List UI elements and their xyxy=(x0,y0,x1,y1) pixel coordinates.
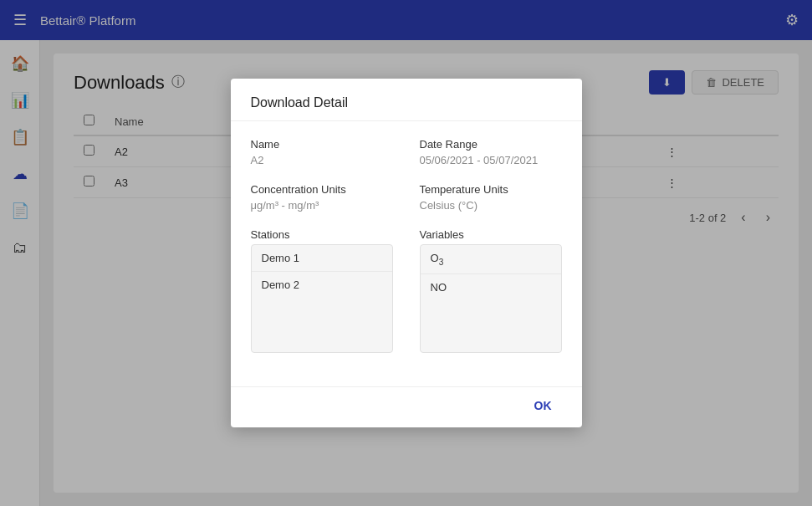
modal-field-concentration: Concentration Units μg/m³ - mg/m³ xyxy=(251,183,393,212)
concentration-value: μg/m³ - mg/m³ xyxy=(251,199,393,212)
date-range-value: 05/06/2021 - 05/07/2021 xyxy=(420,154,562,166)
variables-box: O3 NO xyxy=(420,244,562,353)
variable-item-no: NO xyxy=(421,274,561,300)
concentration-label: Concentration Units xyxy=(251,183,393,196)
name-label: Name xyxy=(251,138,393,151)
modal-header: Download Detail xyxy=(231,79,582,121)
modal-row-units: Concentration Units μg/m³ - mg/m³ Temper… xyxy=(251,183,562,212)
stations-box: Demo 1 Demo 2 xyxy=(251,244,393,353)
modal-field-variables: Variables O3 NO xyxy=(420,228,562,353)
modal-field-temperature: Temperature Units Celsius (°C) xyxy=(420,183,562,212)
modal-row-name-date: Name A2 Date Range 05/06/2021 - 05/07/20… xyxy=(251,138,562,166)
modal-title: Download Detail xyxy=(251,95,349,110)
name-value: A2 xyxy=(251,154,393,166)
modal-field-name: Name A2 xyxy=(251,138,393,166)
date-range-label: Date Range xyxy=(420,138,562,151)
modal-field-date-range: Date Range 05/06/2021 - 05/07/2021 xyxy=(420,138,562,166)
variable-item-o3: O3 xyxy=(421,245,561,274)
temperature-value: Celsius (°C) xyxy=(420,199,562,212)
station-item-demo2: Demo 2 xyxy=(252,272,392,298)
modal-body: Name A2 Date Range 05/06/2021 - 05/07/20… xyxy=(231,121,582,386)
modal-row-stations-variables: Stations Demo 1 Demo 2 Variables O3 NO xyxy=(251,228,562,353)
stations-label: Stations xyxy=(251,228,393,241)
modal-footer: OK xyxy=(231,386,582,427)
temperature-label: Temperature Units xyxy=(420,183,562,196)
variables-label: Variables xyxy=(420,228,562,241)
modal-overlay: Download Detail Name A2 Date Range 05/06… xyxy=(0,0,812,506)
ok-button[interactable]: OK xyxy=(524,394,562,417)
download-detail-modal: Download Detail Name A2 Date Range 05/06… xyxy=(231,79,582,427)
station-item-demo1: Demo 1 xyxy=(252,245,392,272)
modal-field-stations: Stations Demo 1 Demo 2 xyxy=(251,228,393,353)
